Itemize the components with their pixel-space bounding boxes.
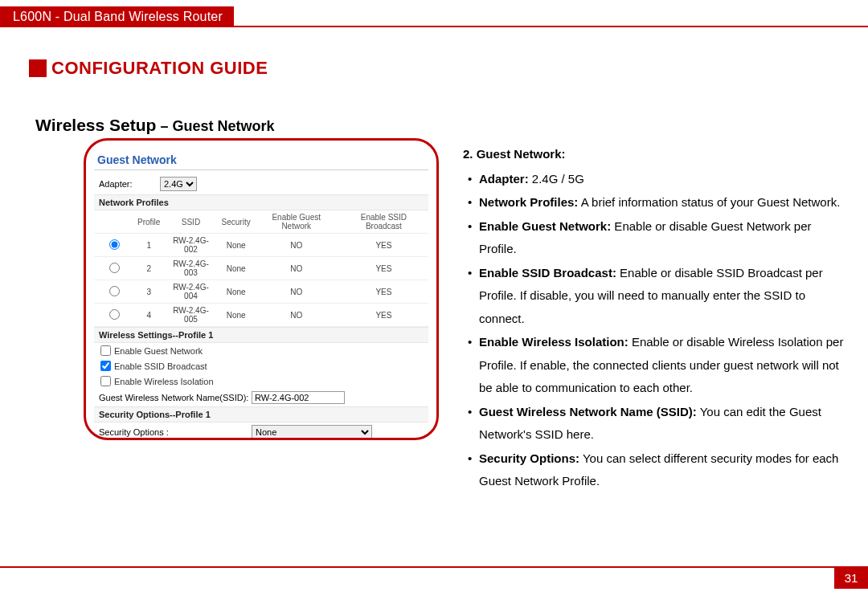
enable-isolation-label: Enable Wireless Isolation (114, 377, 214, 386)
security-options-header: Security Options--Profile 1 (94, 406, 428, 422)
profile-radio[interactable] (109, 286, 120, 296)
cell-profile: 1 (134, 234, 163, 257)
cell-security: None (219, 304, 254, 327)
section-title: Wireless Setup – Guest Network (35, 116, 274, 135)
item-bold: Enable Guest Network: (479, 219, 611, 233)
config-heading: CONFIGURATION GUIDE (29, 58, 268, 79)
cell-enable-guest: NO (254, 257, 339, 280)
table-row: 1 RW-2.4G-002 None NO YES (94, 234, 428, 257)
cell-enable-guest: NO (254, 280, 339, 304)
ssid-label: Guest Wireless Network Name(SSID): (99, 393, 252, 402)
section-title-main: Wireless Setup (35, 116, 156, 134)
item-bold: Security Options: (479, 451, 579, 465)
profiles-header-row: Profile SSID Security Enable Guest Netwo… (94, 210, 428, 234)
profile-radio[interactable] (109, 263, 120, 273)
item-bold: Guest Wireless Network Name (SSID): (479, 405, 697, 418)
ssid-input[interactable] (252, 391, 345, 404)
enable-isolation-checkbox[interactable] (100, 376, 111, 386)
adapter-select[interactable]: 2.4G (160, 177, 197, 191)
config-heading-bullet (29, 59, 47, 77)
list-item: Security Options: You can select differe… (468, 447, 847, 493)
config-heading-text: CONFIGURATION GUIDE (51, 58, 268, 79)
profiles-table: Profile SSID Security Enable Guest Netwo… (94, 210, 428, 327)
cell-ssid: RW-2.4G-003 (163, 257, 218, 280)
adapter-row: Adapter: 2.4G (94, 173, 428, 194)
cell-enable-bcast: YES (339, 257, 428, 280)
description-list: Adapter: 2.4G / 5G Network Profiles: A b… (463, 168, 847, 493)
item-text: 2.4G / 5G (529, 172, 584, 186)
cell-security: None (219, 280, 254, 304)
header-title: L600N - Dual Band Wireless Router (0, 6, 234, 27)
description-title: 2. Guest Network: (463, 143, 847, 166)
enable-ssid-broadcast-checkbox[interactable] (100, 361, 111, 371)
description-column: 2. Guest Network: Adapter: 2.4G / 5G Net… (463, 143, 847, 494)
cell-enable-bcast: YES (339, 234, 428, 257)
cell-profile: 2 (134, 257, 163, 280)
enable-guest-checkbox[interactable] (100, 345, 111, 356)
security-row: Security Options : None (94, 422, 428, 440)
cell-ssid: RW-2.4G-004 (163, 280, 218, 304)
security-label: Security Options : (99, 427, 252, 437)
enable-ssid-broadcast-label: Enable SSID Broadcast (114, 361, 207, 371)
enable-isolation-row: Enable Wireless Isolation (94, 373, 428, 389)
enable-guest-label: Enable Guest Network (114, 346, 203, 356)
screenshot-guest-network: Guest Network Adapter: 2.4G Network Prof… (84, 138, 439, 440)
item-bold: Network Profiles: (479, 195, 578, 209)
cell-enable-guest: NO (254, 304, 339, 327)
table-row: 3 RW-2.4G-004 None NO YES (94, 280, 428, 304)
panel-title: Guest Network (94, 152, 428, 169)
cell-ssid: RW-2.4G-002 (163, 234, 218, 257)
footer-rule (0, 566, 868, 568)
col-ssid: SSID (163, 210, 218, 234)
cell-enable-guest: NO (254, 234, 339, 257)
cell-enable-bcast: YES (339, 304, 428, 327)
col-profile: Profile (134, 210, 163, 234)
wireless-settings-header: Wireless Settings--Profile 1 (94, 327, 428, 343)
profile-radio[interactable] (109, 239, 120, 250)
list-item: Network Profiles: A brief information st… (468, 191, 847, 214)
item-text: A brief information status of your Guest… (578, 195, 840, 209)
cell-profile: 4 (134, 304, 163, 327)
table-row: 4 RW-2.4G-005 None NO YES (94, 304, 428, 327)
table-row: 2 RW-2.4G-003 None NO YES (94, 257, 428, 280)
list-item: Enable Wireless Isolation: Enable or dis… (468, 331, 847, 400)
security-select[interactable]: None (252, 425, 372, 439)
panel-divider (94, 169, 428, 170)
item-bold: Adapter: (479, 172, 529, 186)
section-title-sub: – Guest Network (156, 118, 274, 134)
cell-security: None (219, 234, 254, 257)
col-enable-guest: Enable Guest Network (254, 210, 339, 234)
page-number: 31 (834, 568, 868, 589)
adapter-label: Adapter: (99, 179, 155, 189)
item-bold: Enable SSID Broadcast: (479, 266, 616, 280)
list-item: Guest Wireless Network Name (SSID): You … (468, 401, 847, 447)
col-enable-bcast: Enable SSID Broadcast (339, 210, 428, 234)
list-item: Enable Guest Network: Enable or disable … (468, 215, 847, 261)
cell-enable-bcast: YES (339, 280, 428, 304)
ssid-row: Guest Wireless Network Name(SSID): (94, 389, 428, 406)
cell-ssid: RW-2.4G-005 (163, 304, 218, 327)
manual-page: L600N - Dual Band Wireless Router CONFIG… (0, 0, 868, 600)
enable-ssid-broadcast-row: Enable SSID Broadcast (94, 358, 428, 373)
profile-radio[interactable] (109, 309, 120, 320)
cell-security: None (219, 257, 254, 280)
network-profiles-header: Network Profiles (94, 194, 428, 210)
list-item: Enable SSID Broadcast: Enable or disable… (468, 262, 847, 331)
cell-profile: 3 (134, 280, 163, 304)
enable-guest-row: Enable Guest Network (94, 343, 428, 358)
item-bold: Enable Wireless Isolation: (479, 335, 628, 349)
col-security: Security (219, 210, 254, 234)
list-item: Adapter: 2.4G / 5G (468, 168, 847, 191)
